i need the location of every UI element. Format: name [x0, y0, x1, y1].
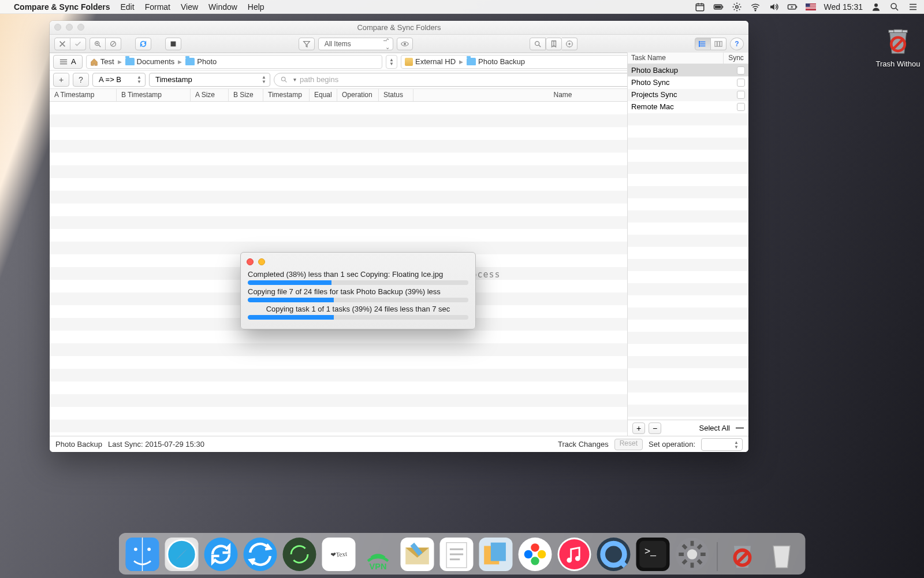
menuextra-sync-icon[interactable]	[732, 2, 742, 12]
view-list-button[interactable]	[695, 38, 711, 50]
desktop-trash-without[interactable]: Trash Withou	[866, 24, 924, 68]
home-icon	[90, 58, 98, 66]
cancel-button[interactable]	[54, 38, 70, 50]
dock-photos-icon[interactable]	[519, 538, 552, 571]
menuextra-charging-icon[interactable]	[787, 2, 798, 12]
dock-safari-icon[interactable]	[165, 538, 199, 571]
task-sync-checkbox[interactable]	[737, 91, 745, 99]
svg-rect-12	[806, 8, 816, 9]
gear-button[interactable]	[562, 38, 578, 50]
menu-help[interactable]: Help	[248, 2, 264, 12]
menubar-clock[interactable]: Wed 15:31	[824, 2, 863, 12]
menuextra-flag-icon[interactable]	[806, 2, 816, 12]
col-a-size[interactable]: A Size	[191, 89, 229, 101]
add-task-button[interactable]: +	[632, 423, 645, 434]
dock-terminal-icon[interactable]: >_	[636, 538, 670, 571]
svg-point-41	[531, 543, 539, 552]
dock-files-icon[interactable]	[479, 538, 513, 571]
stop-button[interactable]	[165, 38, 181, 50]
minimize-icon[interactable]	[66, 24, 73, 31]
remove-task-button[interactable]: −	[649, 423, 661, 434]
progress-sheet: Completed (38%) less than 1 sec Copying:…	[240, 252, 476, 329]
col-a-timestamp[interactable]: A Timestamp	[50, 89, 117, 101]
menu-view[interactable]: View	[181, 2, 198, 12]
dock-itunes-icon[interactable]	[558, 538, 591, 571]
deselect-all-icon[interactable]	[736, 427, 744, 429]
menuextra-wifi-icon[interactable]	[750, 2, 761, 12]
menuextra-user-icon[interactable]	[871, 2, 881, 12]
dock-quicktime-icon[interactable]	[597, 538, 631, 571]
side-a-label[interactable]: A	[53, 55, 83, 69]
col-b-size[interactable]: B Size	[229, 89, 263, 101]
col-operation[interactable]: Operation	[337, 89, 379, 101]
dock-settings-icon[interactable]	[676, 538, 709, 571]
menu-window[interactable]: Window	[208, 2, 237, 12]
task-sync-checkbox[interactable]	[737, 66, 745, 75]
menuextra-calendar-icon[interactable]	[695, 2, 705, 12]
menuextra-battery-percent-icon[interactable]	[713, 2, 724, 12]
view-columns-button[interactable]	[711, 38, 726, 50]
reset-button[interactable]: Reset	[614, 439, 643, 450]
svg-rect-27	[717, 41, 720, 46]
dock-trash-icon[interactable]	[765, 538, 799, 571]
task-row[interactable]: Photo Sync	[628, 76, 748, 88]
progress-bar-3	[248, 315, 468, 320]
menuextra-spotlight-icon[interactable]	[889, 2, 900, 12]
path-a[interactable]: Test ▶ Documents ▶ Photo	[86, 55, 382, 69]
add-button[interactable]: +	[53, 73, 69, 87]
list-icon	[59, 58, 68, 65]
sort-select[interactable]: Timestamp▲▼	[149, 73, 270, 87]
app-window: Compare & Sync Folders All Items ⌃⌄	[50, 21, 748, 452]
direction-select[interactable]: A => B▲▼	[92, 73, 146, 87]
filter-button[interactable]	[299, 38, 315, 50]
dock-text-icon[interactable]: ❤Text	[322, 538, 356, 571]
set-operation-select[interactable]: ▲▼	[701, 438, 743, 451]
help-button[interactable]: ?	[730, 38, 744, 50]
close-icon[interactable]	[54, 24, 61, 31]
task-row[interactable]: Photo Backup	[628, 64, 748, 76]
window-controls[interactable]	[54, 24, 84, 31]
col-status[interactable]: Status	[379, 89, 413, 101]
task-sync-checkbox[interactable]	[737, 103, 745, 111]
task-name: Photo Backup	[631, 66, 678, 75]
confirm-button[interactable]	[70, 38, 86, 50]
app-name[interactable]: Compare & Sync Folders	[14, 2, 110, 12]
col-b-timestamp[interactable]: B Timestamp	[117, 89, 191, 101]
refresh-button[interactable]	[135, 38, 151, 50]
find-button[interactable]	[530, 38, 546, 50]
task-row[interactable]: Remote Mac	[628, 101, 748, 113]
menuextra-volume-icon[interactable]	[769, 2, 779, 12]
menu-format[interactable]: Format	[145, 2, 170, 12]
menuextra-notifications-icon[interactable]	[908, 2, 918, 12]
preview-button[interactable]	[397, 38, 413, 50]
dock-notes-icon[interactable]	[440, 538, 474, 571]
path-a-stepper[interactable]: ▲▼	[386, 55, 397, 69]
items-filter-select[interactable]: All Items ⌃⌄	[318, 38, 393, 50]
zoom-reset-button[interactable]	[106, 38, 121, 50]
col-equal[interactable]: Equal	[310, 89, 337, 101]
col-timestamp[interactable]: Timestamp	[263, 89, 310, 101]
help-direction-button[interactable]: ?	[73, 73, 89, 87]
sidebar-col-taskname[interactable]: Task Name	[628, 53, 723, 64]
dock-vpn-icon[interactable]: VPN	[362, 538, 395, 571]
sidebar-col-sync[interactable]: Sync	[723, 53, 748, 64]
dock-trash-no-icon[interactable]	[726, 538, 759, 571]
svg-point-14	[874, 3, 878, 7]
select-all-label[interactable]: Select All	[699, 424, 730, 432]
zoom-icon[interactable]	[77, 24, 84, 31]
sheet-minimize-icon[interactable]	[258, 258, 265, 265]
dock-sync2-icon[interactable]	[244, 538, 277, 571]
track-changes-label[interactable]: Track Changes	[558, 440, 609, 449]
svg-rect-38	[446, 543, 467, 568]
task-row[interactable]: Projects Sync	[628, 88, 748, 101]
zoom-in-button[interactable]	[90, 38, 106, 50]
drive-icon	[405, 58, 413, 66]
dock-finder-icon[interactable]	[126, 538, 159, 571]
dock-sync3-icon[interactable]	[283, 538, 316, 571]
dock-mail-icon[interactable]	[401, 538, 434, 571]
sheet-close-icon[interactable]	[247, 258, 254, 265]
menu-edit[interactable]: Edit	[121, 2, 135, 12]
task-sync-checkbox[interactable]	[737, 79, 745, 87]
bookmark-button[interactable]	[546, 38, 562, 50]
dock-sync-icon[interactable]	[204, 538, 238, 571]
